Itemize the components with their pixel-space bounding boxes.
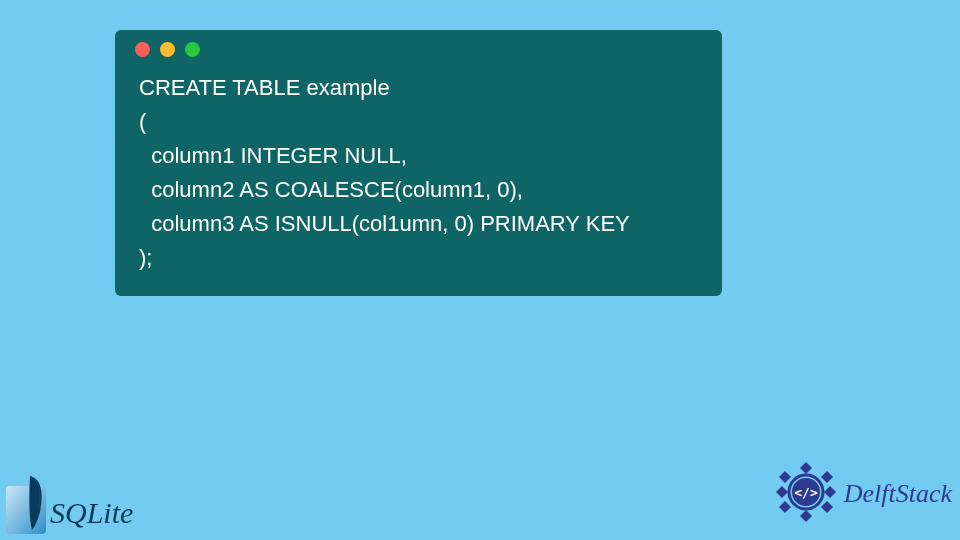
close-icon	[135, 42, 150, 57]
minimize-icon	[160, 42, 175, 57]
sqlite-logo-text: SQLite	[50, 496, 133, 530]
window-controls	[135, 42, 706, 57]
sqlite-logo: SQLite	[6, 472, 133, 534]
maximize-icon	[185, 42, 200, 57]
code-badge-icon: </>	[772, 458, 840, 530]
code-window: CREATE TABLE example ( column1 INTEGER N…	[115, 30, 722, 296]
svg-text:</>: </>	[794, 485, 818, 500]
delftstack-logo-text: DelftStack	[844, 479, 952, 509]
feather-icon	[6, 472, 52, 534]
delftstack-logo: </> DelftStack	[772, 458, 952, 530]
code-block: CREATE TABLE example ( column1 INTEGER N…	[131, 71, 706, 276]
